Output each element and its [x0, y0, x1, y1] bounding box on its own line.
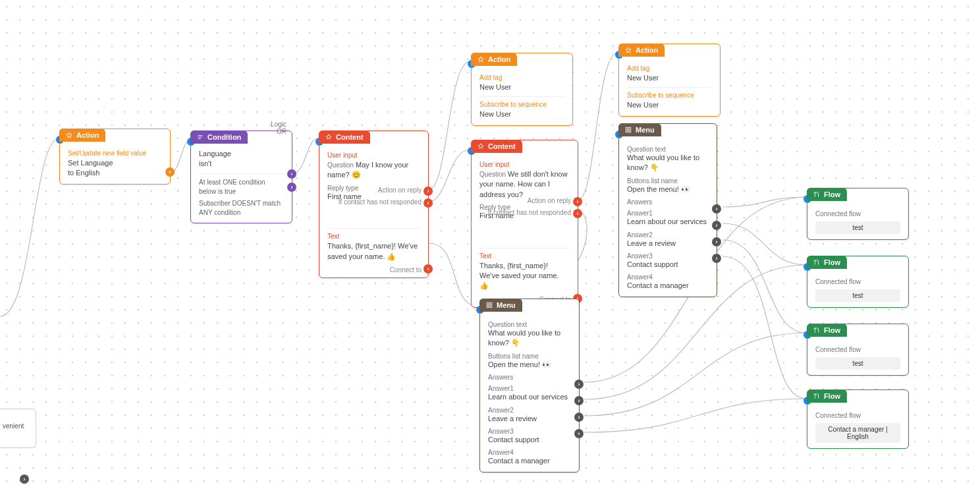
button-list: Open the menu! 👀: [627, 185, 709, 194]
text-value: Thanks, {first_name}! We've saved your n…: [479, 261, 570, 291]
action-on-reply: Action on reply: [528, 197, 571, 204]
node-flow-1[interactable]: Flow Connected flow test: [807, 188, 909, 240]
node-flow-3[interactable]: Flow Connected flow test: [807, 324, 909, 376]
port-out-no-match[interactable]: ›: [287, 183, 296, 192]
condition-icon: [197, 134, 204, 140]
svg-rect-1: [629, 127, 631, 129]
field-line: to English: [68, 168, 162, 178]
port-out-a4[interactable]: ›: [712, 254, 721, 263]
port-out-noresp[interactable]: ›: [573, 209, 582, 218]
node-content-ask-name[interactable]: Content User input Question May I know y…: [319, 130, 429, 278]
svg-rect-5: [490, 302, 492, 304]
connect-to: Connect to: [390, 266, 422, 273]
svg-rect-2: [626, 130, 628, 132]
answer2: Leave a review: [488, 414, 571, 424]
answer4: Contact a manager: [488, 456, 571, 466]
node-action-addtag-2[interactable]: Action Add tag New User Subscribe to seq…: [618, 43, 721, 117]
button-list: Open the menu! 👀: [488, 360, 571, 370]
node-header: Flow: [807, 324, 847, 337]
node-header: Action: [471, 53, 517, 66]
flow-icon: [813, 393, 820, 399]
node-header: Content: [319, 130, 370, 144]
port-out-a3[interactable]: ›: [574, 413, 584, 422]
node-header: Flow: [807, 256, 847, 269]
flow-name-input[interactable]: test: [815, 357, 900, 370]
node-flow-4[interactable]: Flow Connected flow Contact a manager | …: [807, 389, 909, 449]
answer1: Learn about our services: [488, 392, 571, 402]
flow-icon: [813, 259, 820, 266]
field-line: Set Language: [68, 158, 162, 168]
action-icon: [625, 47, 632, 53]
answer1: Learn about our services: [627, 217, 709, 227]
svg-rect-3: [629, 130, 631, 132]
section-text: Text: [327, 233, 420, 240]
port-out-partial[interactable]: ›: [20, 475, 29, 484]
flow-name-input[interactable]: Contact a manager | English: [815, 423, 900, 443]
question: What would you like to know? 👇: [627, 153, 709, 173]
question: What would you like to know? 👇: [488, 328, 571, 349]
answer2: Leave a review: [627, 239, 709, 248]
port-out-connect[interactable]: ›: [423, 264, 433, 273]
content-icon: [477, 143, 484, 150]
operator: isn't: [199, 159, 284, 169]
port-out-a1[interactable]: ›: [712, 204, 721, 214]
node-condition-language[interactable]: Logic OR Condition Language isn't At lea…: [190, 130, 292, 223]
rule: Subscriber DOESN'T match ANY condition: [199, 199, 284, 217]
flow-icon: [813, 191, 820, 198]
menu-icon: [625, 127, 632, 133]
node-header: Action: [618, 43, 665, 57]
node-header: Content: [471, 140, 522, 153]
node-partial-left[interactable]: venient: [0, 409, 36, 448]
field-name: Language: [199, 149, 284, 159]
svg-rect-6: [487, 306, 489, 308]
node-content-still-dont-know[interactable]: Content User input Question We still don…: [471, 140, 578, 308]
port-out-reply[interactable]: ›: [573, 197, 582, 206]
action-on-reply: Action on reply: [378, 187, 422, 194]
node-header: Condition: [190, 130, 248, 144]
action-icon: [66, 132, 72, 138]
node-flow-2[interactable]: Flow Connected flow test: [807, 256, 909, 308]
port-out-a2[interactable]: ›: [712, 221, 721, 230]
port-out-reply[interactable]: ›: [423, 187, 433, 196]
sequence-value: New User: [479, 109, 564, 119]
rule: At least ONE condition below is true: [199, 178, 284, 196]
port-out[interactable]: ›: [165, 167, 175, 177]
section-title: Set/Update new field value: [68, 150, 162, 157]
port-out-a4[interactable]: ›: [574, 429, 584, 438]
action-icon: [477, 56, 484, 63]
menu-icon: [486, 302, 493, 308]
port-out-a2[interactable]: ›: [574, 396, 584, 405]
flow-icon: [813, 327, 820, 333]
svg-rect-0: [626, 127, 628, 129]
svg-rect-4: [487, 302, 489, 304]
node-header: Menu: [479, 299, 522, 312]
no-response: If contact has not responded: [488, 209, 571, 216]
tag-value: New User: [479, 82, 564, 92]
section-user-input: User input: [327, 152, 420, 159]
answer4: Contact a manager: [627, 281, 709, 291]
node-menu-2[interactable]: Menu Question text What would you like t…: [479, 299, 580, 473]
logic-label: Logic OR: [271, 121, 286, 135]
node-action-addtag-1[interactable]: Action Add tag New User Subscribe to seq…: [471, 53, 573, 126]
svg-rect-7: [490, 306, 492, 308]
node-header: Flow: [807, 389, 847, 403]
content-icon: [325, 134, 332, 140]
node-action-set-language[interactable]: Action Set/Update new field value Set La…: [59, 129, 171, 185]
flow-name-input[interactable]: test: [815, 289, 900, 302]
port-out-noresp[interactable]: ›: [423, 198, 433, 208]
port-out-match[interactable]: ›: [287, 169, 296, 179]
node-header: Action: [59, 129, 105, 142]
node-header: Flow: [807, 188, 847, 201]
sequence-value: New User: [627, 100, 712, 110]
answer3: Contact support: [488, 435, 571, 445]
port-out-a1[interactable]: ›: [574, 380, 584, 389]
no-response: If contact has not responded: [339, 198, 422, 206]
node-header: Menu: [618, 123, 661, 136]
port-out-a3[interactable]: ›: [712, 237, 721, 246]
node-menu-1[interactable]: Menu Question text What would you like t…: [618, 123, 717, 297]
text-value: Thanks, {first_name}! We've saved your n…: [327, 241, 420, 262]
answer3: Contact support: [627, 260, 709, 270]
tag-value: New User: [627, 73, 712, 83]
flow-name-input[interactable]: test: [815, 221, 900, 234]
